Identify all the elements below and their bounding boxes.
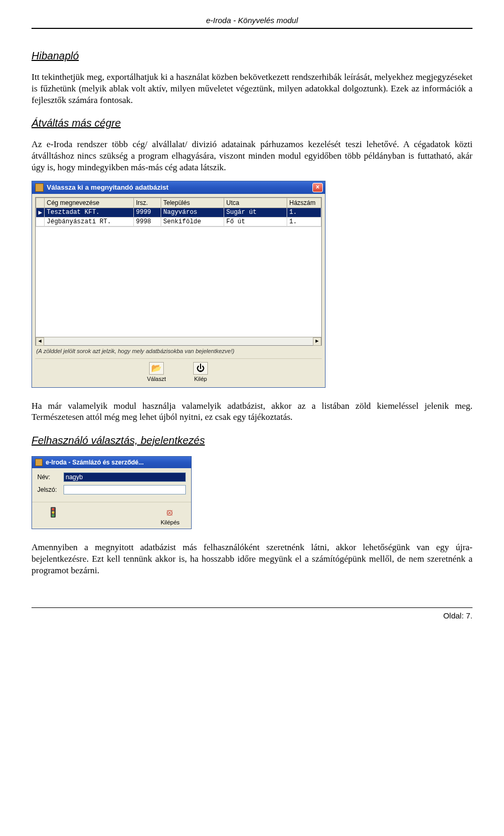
cell-zip: 9998 bbox=[134, 217, 161, 226]
col-street[interactable]: Utca bbox=[224, 198, 287, 208]
cell-zip: 9999 bbox=[134, 208, 161, 217]
header-divider bbox=[32, 28, 472, 29]
name-input[interactable] bbox=[64, 472, 186, 482]
col-zip[interactable]: Irsz. bbox=[134, 198, 161, 208]
login-dialog-title: e-Iroda - Számlázó és szerződé... bbox=[46, 459, 189, 466]
app-icon bbox=[35, 459, 43, 466]
login-ok-button[interactable]: 🚦 bbox=[37, 507, 69, 525]
heading-atvaltas: Átváltás más cégre bbox=[32, 117, 472, 129]
login-dialog: e-Iroda - Számlázó és szerződé... Név: J… bbox=[32, 456, 192, 529]
app-icon bbox=[35, 183, 44, 192]
login-exit-label: Kilépés bbox=[154, 519, 186, 525]
para-atvaltas-1: Az e-Iroda rendszer több cég/ alvállalat… bbox=[32, 139, 472, 173]
exit-button-label: Kilép bbox=[182, 376, 219, 382]
cell-street: Sugár út bbox=[224, 208, 287, 217]
select-button[interactable]: 📂 Választ bbox=[138, 362, 175, 382]
scroll-right-icon[interactable]: ► bbox=[313, 337, 321, 346]
db-picker-dialog: Válassza ki a megnyitandó adatbázist × C… bbox=[32, 181, 326, 388]
select-button-label: Választ bbox=[138, 376, 175, 382]
cell-company: Jégbányászati RT. bbox=[45, 217, 134, 226]
login-exit-button[interactable]: ⦻ Kilépés bbox=[154, 507, 186, 525]
table-header-row: Cég megnevezése Irsz. Település Utca Ház… bbox=[36, 198, 321, 208]
db-dialog-title: Válassza ki a megnyitandó adatbázist bbox=[47, 183, 312, 191]
page-header-title: e-Iroda - Könyvelés modul bbox=[32, 16, 472, 25]
db-grid[interactable]: Cég megnevezése Irsz. Település Utca Ház… bbox=[35, 197, 322, 346]
cell-num: 1. bbox=[287, 208, 321, 217]
col-marker bbox=[36, 198, 45, 208]
page-footer: Oldal: 7. bbox=[32, 607, 472, 620]
col-housenum[interactable]: Házszám bbox=[287, 198, 321, 208]
table-row[interactable]: Jégbányászati RT. 9998 Senkifölde Fő út … bbox=[36, 217, 321, 226]
cell-city: Senkifölde bbox=[161, 217, 224, 226]
heading-felhasznalo: Felhasználó választás, bejelentkezés bbox=[32, 435, 472, 447]
db-note-text: (A zölddel jelölt sorok azt jelzik, hogy… bbox=[35, 346, 322, 358]
password-label: Jelszó: bbox=[37, 486, 64, 493]
folder-open-icon: 📂 bbox=[149, 362, 164, 375]
col-company[interactable]: Cég megnevezése bbox=[45, 198, 134, 208]
db-dialog-titlebar: Válassza ki a megnyitandó adatbázist × bbox=[32, 181, 325, 194]
traffic-light-icon: 🚦 bbox=[37, 507, 69, 518]
para-hibanaplo: Itt tekinthetjük meg, exportálhatjuk ki … bbox=[32, 71, 472, 106]
table-row[interactable]: ▶ Tesztadat KFT. 9999 Nagyváros Sugár út… bbox=[36, 208, 321, 217]
cell-street: Fő út bbox=[224, 217, 287, 226]
para-atvaltas-2: Ha már valamelyik modul használja valame… bbox=[32, 400, 472, 424]
cell-num: 1. bbox=[287, 217, 321, 226]
close-icon[interactable]: × bbox=[312, 183, 323, 192]
cell-company: Tesztadat KFT. bbox=[45, 208, 134, 217]
grid-empty-area bbox=[36, 226, 321, 337]
col-city[interactable]: Település bbox=[161, 198, 224, 208]
horizontal-scrollbar[interactable]: ◄ ► bbox=[36, 337, 321, 345]
scroll-left-icon[interactable]: ◄ bbox=[36, 337, 44, 346]
stop-icon: ⦻ bbox=[154, 507, 186, 518]
login-titlebar: e-Iroda - Számlázó és szerződé... bbox=[32, 457, 191, 468]
scroll-track[interactable] bbox=[44, 337, 313, 345]
row-marker-icon: ▶ bbox=[36, 208, 45, 217]
row-marker-icon bbox=[36, 217, 45, 226]
exit-icon: ⏻ bbox=[193, 362, 208, 375]
heading-hibanaplo: Hibanapló bbox=[32, 50, 472, 62]
name-label: Név: bbox=[37, 473, 64, 481]
cell-city: Nagyváros bbox=[161, 208, 224, 217]
exit-button[interactable]: ⏻ Kilép bbox=[182, 362, 219, 382]
password-input[interactable] bbox=[64, 485, 186, 494]
para-felhasznalo: Amennyiben a megnyitott adatbázist más f… bbox=[32, 542, 472, 576]
